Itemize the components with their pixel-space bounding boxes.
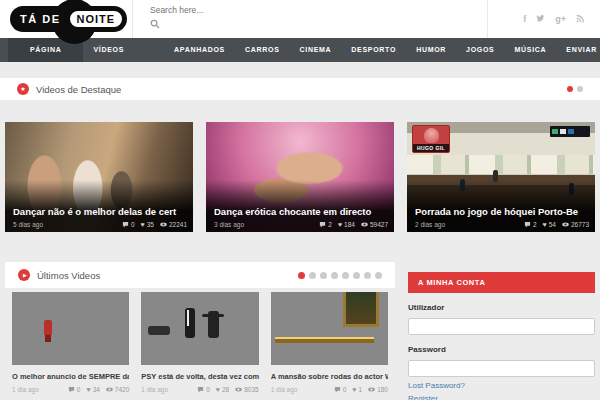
heart-icon: ♥: [338, 221, 342, 228]
carousel-dot[interactable]: [320, 272, 327, 279]
video-meta: 3 dias ago 2 ♥184 59427: [214, 221, 388, 228]
username-label: Utilizador: [408, 303, 595, 312]
eye-icon: [235, 386, 242, 393]
views-stat: 59427: [361, 221, 388, 228]
comments-count: 2: [533, 221, 537, 228]
nav-item-cinema[interactable]: CINEMA: [290, 38, 342, 62]
carousel-dot[interactable]: [331, 272, 338, 279]
heart-icon: ♥: [216, 386, 220, 393]
carousel-dot[interactable]: [375, 272, 382, 279]
featured-section-title: Videos de Destaque: [36, 84, 121, 95]
comments-stat: 0: [334, 386, 347, 393]
carousel-dot[interactable]: [567, 86, 573, 92]
lost-password-link[interactable]: Lost Password?: [408, 381, 595, 390]
nav-item-videos[interactable]: VÍDEOS: [83, 38, 134, 62]
carousel-dot[interactable]: [577, 86, 583, 92]
carousel-dot[interactable]: [353, 272, 360, 279]
video-date: 3 dias ago: [214, 221, 244, 228]
carousel-dot[interactable]: [364, 272, 371, 279]
likes-count: 28: [222, 386, 229, 393]
video-date: 1 dia ago: [12, 386, 39, 393]
latest-video-card[interactable]: PSY está de volta, desta vez com Sn 1 di…: [141, 292, 258, 393]
video-meta: 5 dias ago 0 ♥35 22241: [13, 221, 187, 228]
video-stats: 0 ♥28 8035: [197, 386, 258, 393]
video-thumbnail[interactable]: [141, 292, 258, 365]
scoreboard-segment: [568, 129, 574, 134]
comments-stat: 2: [319, 221, 332, 228]
featured-section-bar: Videos de Destaque: [0, 78, 600, 100]
site-logo[interactable]: TÁ DE NOITE: [0, 0, 132, 38]
latest-carousel-dots: [298, 272, 382, 279]
featured-video-card[interactable]: HUGO GIL Porrada no jogo de hóquei Porto…: [407, 122, 595, 232]
logo-text-noite: NOITE: [68, 9, 125, 29]
featured-video-card[interactable]: Dança erótica chocante em directo 3 dias…: [206, 122, 394, 232]
nav-item-humor[interactable]: HUMOR: [406, 38, 456, 62]
latest-video-card[interactable]: A mansão sobre rodas do actor Will S 1 d…: [271, 292, 388, 393]
comments-icon: [319, 221, 326, 228]
carousel-dot[interactable]: [342, 272, 349, 279]
scoreboard-segment: [552, 129, 558, 134]
likes-stat: ♥34: [86, 386, 99, 393]
likes-stat: ♥1: [352, 386, 362, 393]
comments-count: 0: [131, 221, 135, 228]
views-count: 26773: [571, 221, 589, 228]
thumbnail-art: [148, 326, 170, 335]
comments-count: 0: [77, 386, 81, 393]
video-title: PSY está de volta, desta vez com Sn: [141, 372, 258, 381]
video-title: O melhor anuncio de SEMPRE da Nik: [12, 372, 129, 381]
facebook-icon[interactable]: f: [523, 14, 526, 24]
likes-stat: ♥28: [216, 386, 229, 393]
video-date: 5 dias ago: [13, 221, 43, 228]
nav-item-jogos[interactable]: JOGOS: [456, 38, 504, 62]
bottom-area: Últimos Videos O melhor anuncio de SEMPR…: [0, 262, 600, 400]
nav-item-musica[interactable]: MÚSICA: [504, 38, 556, 62]
likes-stat: ♥184: [338, 221, 355, 228]
rss-icon[interactable]: [576, 14, 585, 25]
nav-item-apanhados[interactable]: APANHADOS: [164, 38, 235, 62]
views-count: 22241: [169, 221, 187, 228]
video-thumbnail[interactable]: [271, 292, 388, 365]
comments-stat: 0: [68, 386, 81, 393]
register-link[interactable]: Register: [408, 394, 595, 400]
thumbnail-art: [208, 311, 219, 338]
nav-item-desporto[interactable]: DESPORTO: [341, 38, 406, 62]
star-icon: [17, 83, 29, 95]
featured-videos-row: Dançar não é o melhor delas de cert 5 di…: [0, 122, 600, 232]
badge-label: HUGO GIL: [413, 144, 449, 152]
nav-item-enviar[interactable]: ENVIAR: [556, 38, 600, 62]
views-count: 180: [377, 386, 388, 393]
search-button[interactable]: [148, 17, 162, 31]
search-area: [132, 0, 488, 38]
player-figure: [424, 128, 439, 143]
carousel-dot[interactable]: [309, 272, 316, 279]
likes-count: 35: [147, 221, 154, 228]
latest-video-card[interactable]: O melhor anuncio de SEMPRE da Nik 1 dia …: [12, 292, 129, 393]
nav-item-carros[interactable]: CARROS: [235, 38, 290, 62]
logo-text-ta-de: TÁ DE: [20, 13, 61, 25]
video-title: Dançar não é o melhor delas de cert: [13, 206, 187, 217]
video-stats: 0 ♥35 22241: [122, 221, 187, 228]
search-input[interactable]: [148, 3, 368, 16]
main-nav: PÁGINA VÍDEOS APANHADOS CARROS CINEMA DE…: [0, 38, 600, 62]
comments-icon: [122, 221, 129, 228]
magnifier-icon: [150, 19, 160, 29]
comments-count: 2: [328, 221, 332, 228]
password-input[interactable]: [408, 360, 595, 377]
likes-count: 54: [549, 221, 556, 228]
header: TÁ DE NOITE f g+: [0, 0, 600, 38]
latest-videos-row: O melhor anuncio de SEMPRE da Nik 1 dia …: [5, 292, 395, 393]
video-stats: 0 ♥1 180: [334, 386, 388, 393]
video-meta: 1 dia ago 0 ♥28 8035: [141, 386, 258, 393]
video-thumbnail[interactable]: [12, 292, 129, 365]
featured-video-card[interactable]: Dançar não é o melhor delas de cert 5 di…: [5, 122, 193, 232]
video-title: Porrada no jogo de hóquei Porto-Be: [415, 206, 589, 217]
video-stats: 2 ♥54 26773: [524, 221, 589, 228]
googleplus-icon[interactable]: g+: [555, 14, 566, 24]
video-meta: 2 dias ago 2 ♥54 26773: [415, 221, 589, 228]
video-meta: 1 dia ago 0 ♥1 180: [271, 386, 388, 393]
carousel-dot[interactable]: [298, 272, 305, 279]
twitter-icon[interactable]: [536, 14, 545, 25]
views-stat: 22241: [160, 221, 187, 228]
username-input[interactable]: [408, 318, 595, 335]
comments-stat: 0: [197, 386, 210, 393]
